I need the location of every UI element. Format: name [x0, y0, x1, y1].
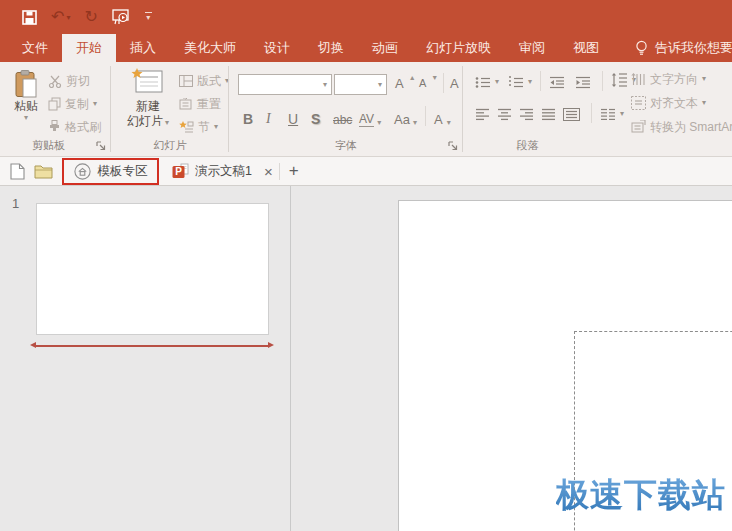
cut-button[interactable]: 剪切 [48, 71, 90, 91]
template-zone-tab[interactable]: 模板专区 [62, 158, 159, 185]
quick-access-toolbar: ↶ ▾ ↻ ▾ [0, 5, 152, 29]
scissors-icon [48, 75, 62, 88]
customize-quick-access-button[interactable]: ▾ [145, 5, 152, 29]
new-file-button[interactable] [4, 158, 30, 184]
format-painter-label: 格式刷 [65, 119, 101, 136]
new-slide-button[interactable]: 新建 幻灯片▾ [121, 68, 175, 129]
change-case-button[interactable]: Aa ▾ [394, 106, 417, 127]
menu-tab-home[interactable]: 开始 [62, 34, 116, 62]
clipboard-group-label: 剪贴板 [0, 138, 97, 153]
underline-button[interactable]: U [288, 106, 298, 127]
convert-to-smartart-button[interactable]: 转换为 SmartArt [631, 117, 732, 137]
font-group-label: 字体 [229, 138, 463, 153]
arrow-line [34, 345, 270, 347]
home-icon [74, 163, 91, 180]
font-group: ▾ ▾ A▲ A▼ A B I U S abc AV ▾ [229, 62, 463, 156]
redo-button[interactable]: ↻ [84, 5, 97, 29]
menu-tab-review[interactable]: 审阅 [505, 34, 559, 62]
layout-label: 版式 [197, 73, 221, 90]
menu-tab-design[interactable]: 设计 [250, 34, 304, 62]
distribute-button[interactable] [563, 104, 580, 124]
menu-tab-insert[interactable]: 插入 [116, 34, 170, 62]
save-icon [22, 10, 37, 25]
reset-button[interactable]: 重置 [179, 94, 221, 114]
align-text-button[interactable]: 对齐文本 ▾ [631, 93, 706, 113]
powerpoint-file-icon: P [172, 163, 189, 179]
start-slideshow-button[interactable] [112, 5, 131, 29]
text-direction-caret-icon: ▾ [702, 75, 706, 83]
italic-button[interactable]: I [266, 106, 271, 127]
font-name-combobox[interactable]: ▾ [238, 74, 332, 95]
font-color-button[interactable]: A ▾ [434, 106, 451, 127]
smartart-icon [631, 120, 646, 134]
menu-tab-beautify[interactable]: 美化大师 [170, 34, 250, 62]
ribbon: 粘贴 ▾ 剪切 复制 ▾ [0, 62, 732, 157]
slides-group-label: 幻灯片 [111, 138, 229, 153]
font-size-combobox[interactable]: ▾ [334, 74, 387, 95]
menu-tab-file[interactable]: 文件 [8, 34, 62, 62]
increase-indent-icon [575, 76, 591, 89]
new-tab-icon: + [289, 161, 299, 180]
decrease-indent-button[interactable] [549, 72, 565, 92]
arrow-right-head [268, 342, 274, 348]
redo-icon: ↻ [84, 9, 97, 25]
text-direction-button[interactable]: 文字方向 ▾ [631, 69, 706, 89]
undo-button[interactable]: ↶ ▾ [51, 5, 70, 29]
increase-indent-button[interactable] [575, 72, 591, 92]
bullets-button[interactable]: ▾ [475, 72, 499, 92]
open-file-button[interactable] [30, 158, 56, 184]
layout-button[interactable]: 版式 ▾ [179, 71, 229, 91]
slide-1-thumbnail[interactable] [36, 203, 269, 335]
increase-font-size-button[interactable]: A▲ [395, 73, 416, 93]
align-right-button[interactable] [519, 104, 534, 124]
decrease-font-size-button[interactable]: A▼ [419, 73, 438, 93]
numbering-icon [508, 76, 524, 89]
slide-canvas[interactable]: 极速下载站 [398, 200, 732, 531]
clipboard-dialog-launcher[interactable] [96, 141, 107, 152]
copy-button[interactable]: 复制 ▾ [48, 94, 97, 114]
paste-button[interactable]: 粘贴 ▾ [8, 70, 44, 122]
font-dialog-launcher[interactable] [448, 141, 459, 152]
paragraph-group-label: 段落 [463, 138, 592, 153]
title-bar: ↶ ▾ ↻ ▾ [0, 0, 732, 34]
menu-tab-transitions[interactable]: 切换 [304, 34, 358, 62]
change-case-caret-icon: ▾ [413, 119, 417, 127]
strikethrough-button[interactable]: abc [333, 106, 352, 127]
tell-me-search[interactable]: 告诉我你想要做什么 [613, 34, 732, 62]
text-shadow-button[interactable]: S [311, 106, 320, 127]
character-spacing-caret-icon: ▾ [377, 119, 381, 127]
columns-icon [600, 108, 616, 121]
align-text-caret-icon: ▾ [702, 99, 706, 107]
svg-text:P: P [175, 166, 182, 177]
menu-tab-view[interactable]: 视图 [559, 34, 613, 62]
section-caret-icon: ▾ [214, 123, 218, 131]
format-painter-button[interactable]: 格式刷 [48, 117, 101, 137]
align-center-icon [497, 108, 512, 121]
align-center-button[interactable] [497, 104, 512, 124]
close-tab-button[interactable]: × [258, 163, 279, 180]
numbering-caret-icon: ▾ [528, 78, 532, 86]
new-slide-icon [131, 68, 165, 95]
decrease-indent-icon [549, 76, 565, 89]
new-tab-button[interactable]: + [280, 161, 308, 181]
pane-divider[interactable] [290, 186, 291, 531]
columns-button[interactable]: ▾ [600, 104, 624, 124]
justify-button[interactable] [541, 104, 556, 124]
align-left-button[interactable] [475, 104, 490, 124]
line-spacing-icon [611, 72, 628, 88]
open-folder-icon [34, 164, 53, 179]
text-direction-label: 文字方向 [650, 71, 698, 88]
bold-button[interactable]: B [243, 106, 253, 127]
section-button[interactable]: 节 ▾ [179, 117, 218, 137]
reset-label: 重置 [197, 96, 221, 113]
clear-formatting-button[interactable]: A [450, 73, 459, 93]
character-spacing-button[interactable]: AV ▾ [359, 106, 381, 127]
save-button[interactable] [22, 5, 37, 29]
presentation-tab[interactable]: P 演示文稿1 [164, 158, 258, 185]
layout-icon [179, 75, 193, 87]
bullets-caret-icon: ▾ [495, 78, 499, 86]
numbering-button[interactable]: ▾ [508, 72, 532, 92]
justify-icon [541, 108, 556, 121]
menu-tab-animations[interactable]: 动画 [358, 34, 412, 62]
menu-tab-slideshow[interactable]: 幻灯片放映 [412, 34, 505, 62]
